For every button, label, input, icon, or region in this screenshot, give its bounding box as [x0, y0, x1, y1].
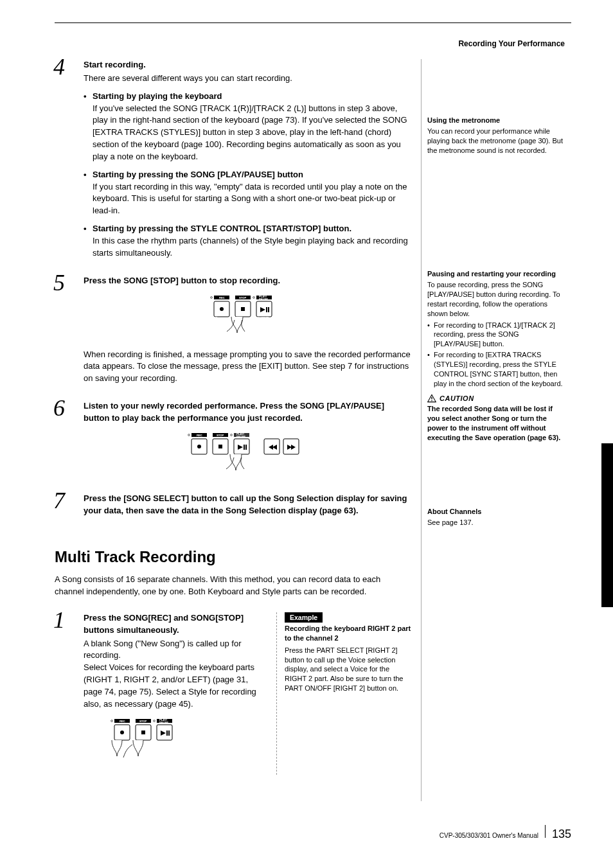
- example-title: Recording the keyboard RIGHT 2 part to t…: [285, 624, 411, 643]
- svg-text:NC START: NC START: [152, 741, 164, 744]
- step-after-text: When recording is finished, a message pr…: [84, 349, 411, 385]
- header-section-title: Recording Your Performance: [458, 39, 565, 49]
- svg-text:PAUSE: PAUSE: [259, 297, 268, 300]
- panel-diagram-play: REC STOP PLAY/PAUSE NEW SONG SY: [180, 431, 315, 477]
- svg-rect-15: [266, 307, 267, 312]
- svg-point-7: [211, 296, 213, 298]
- svg-point-54: [154, 720, 155, 722]
- svg-text:REW: REW: [267, 433, 274, 436]
- svg-point-56: [120, 731, 124, 734]
- svg-point-29: [197, 445, 201, 448]
- bullet-text: In this case the rhythm parts (channels)…: [93, 235, 411, 260]
- list-item: For recording to [TRACK 1]/[TRACK 2] rec…: [434, 321, 565, 350]
- svg-rect-62: [168, 731, 170, 736]
- mt-step-1: 1 Press the SONG[REC] and SONG[STOP] but…: [55, 612, 411, 775]
- section-intro: A Song consists of 16 separate channels.…: [55, 574, 411, 598]
- bullet-text: If you start recording in this way, "emp…: [93, 181, 411, 218]
- svg-rect-34: [244, 445, 245, 450]
- step-title: Press the SONG [STOP] button to stop rec…: [84, 275, 411, 287]
- svg-point-53: [111, 720, 113, 722]
- svg-rect-16: [268, 307, 269, 312]
- example-box: Example Recording the keyboard RIGHT 2 p…: [276, 612, 411, 775]
- header-rule: [55, 22, 571, 23]
- svg-text:NEW: NEW: [211, 316, 218, 319]
- caution-label: CAUTION: [440, 394, 474, 403]
- step-7: 7 Press the [SONG SELECT] button to call…: [55, 493, 411, 517]
- page-number: 135: [552, 826, 571, 842]
- step-number: 7: [53, 484, 65, 517]
- step-title: Listen to your newly recorded performanc…: [84, 400, 411, 425]
- step-text: There are several different ways you can…: [84, 73, 411, 85]
- svg-text:FF: FF: [288, 433, 291, 436]
- svg-rect-35: [245, 445, 247, 450]
- svg-rect-31: [218, 445, 222, 448]
- step-number: 1: [53, 603, 65, 637]
- bullet-1: Starting by playing the keyboard If you'…: [93, 91, 411, 163]
- step-5: 5 Press the SONG [STOP] button to stop r…: [55, 275, 411, 385]
- main-column: 4 Start recording. There are several dif…: [55, 59, 411, 790]
- svg-point-26: [188, 434, 190, 436]
- svg-rect-12: [241, 307, 245, 311]
- bullet-title: Starting by playing the keyboard: [93, 91, 411, 103]
- svg-text:STOP: STOP: [239, 296, 247, 299]
- svg-text:REC: REC: [219, 296, 225, 299]
- step-number: 4: [53, 50, 65, 84]
- footer-manual: CVP-305/303/301 Owner's Manual: [440, 831, 538, 841]
- bullet-title: Starting by pressing the STYLE CONTROL […: [93, 223, 411, 235]
- svg-text:SYNC START: SYNC START: [253, 316, 269, 319]
- svg-text:PAUSE: PAUSE: [159, 720, 168, 723]
- sidenote-pausing: Pausing and restarting your recording To…: [427, 269, 565, 442]
- example-text: Press the PART SELECT [RIGHT 2] button t…: [285, 646, 411, 693]
- page-footer: CVP-305/303/301 Owner's Manual 135: [440, 825, 571, 842]
- bullet-title: Starting by pressing the SONG [PLAY/PAUS…: [93, 169, 411, 181]
- column-divider: [421, 59, 422, 801]
- footer-divider: [545, 825, 546, 838]
- step-text: A blank Song ("New Song") is called up f…: [84, 638, 266, 711]
- sidenote-text: You can record your performance while pl…: [427, 127, 565, 155]
- svg-text:STOP: STOP: [139, 719, 147, 722]
- panel-diagram-stop: REC STOP PLAY/PAUSE NEW SYNC START: [202, 294, 292, 340]
- step-6: 6 Listen to your newly recorded performa…: [55, 400, 411, 477]
- svg-text:NEW SONG: NEW SONG: [185, 455, 199, 458]
- step-number: 5: [53, 266, 65, 299]
- sidenote-title: Using the metronome: [427, 116, 565, 125]
- sidenote-title: About Channels: [427, 507, 565, 517]
- bullet-text: If you've selected the SONG [TRACK 1(R)]…: [93, 103, 411, 163]
- svg-point-8: [253, 296, 255, 298]
- side-tab: Using, Creating and Editing Songs: [601, 443, 613, 607]
- svg-rect-67: [431, 400, 432, 401]
- step-4: 4 Start recording. There are several dif…: [55, 59, 411, 260]
- svg-rect-61: [166, 731, 168, 736]
- sidenote-title: Pausing and restarting your recording: [427, 269, 565, 279]
- step-title: Start recording.: [84, 59, 411, 71]
- sidenote-text: To pause recording, press the SONG [PLAY…: [427, 280, 565, 318]
- bullet-2: Starting by pressing the SONG [PLAY/PAUS…: [93, 169, 411, 217]
- section-title: Multi Track Recording: [55, 546, 411, 569]
- svg-point-27: [231, 434, 233, 436]
- svg-text:REC: REC: [197, 433, 202, 436]
- caution-header: CAUTION: [427, 394, 565, 403]
- sidenote-text: See page 137.: [427, 518, 565, 527]
- caution-icon: [427, 394, 436, 403]
- caution-text: The recorded Song data will be lost if y…: [427, 404, 565, 442]
- bullet-3: Starting by pressing the STYLE CONTROL […: [93, 223, 411, 260]
- svg-text:PAUSE: PAUSE: [236, 434, 245, 438]
- svg-text:STOP: STOP: [217, 433, 224, 436]
- sidenote-channels: About Channels See page 137.: [427, 507, 565, 527]
- svg-rect-66: [431, 397, 432, 400]
- step-title: Press the SONG[REC] and SONG[STOP] butto…: [84, 612, 266, 637]
- sidenote-metronome: Using the metronome You can record your …: [427, 116, 565, 155]
- list-item: For recording to [EXTRA TRACKS (STYLES)]…: [434, 350, 565, 388]
- side-column: Using the metronome You can record your …: [427, 59, 565, 538]
- example-label: Example: [285, 612, 323, 623]
- step-title: Press the [SONG SELECT] button to call u…: [84, 493, 411, 517]
- svg-text:SY: SY: [225, 455, 229, 458]
- side-tab-label: Using, Creating and Editing Songs: [591, 456, 600, 591]
- svg-point-10: [220, 307, 224, 311]
- svg-text:REC: REC: [120, 719, 125, 722]
- step-number: 6: [53, 391, 65, 425]
- sidenote-list: For recording to [TRACK 1]/[TRACK 2] rec…: [427, 321, 565, 389]
- svg-rect-58: [141, 731, 145, 734]
- panel-diagram-recstop: REC STOP PLAY/PAUSE NEW NC START: [103, 717, 193, 766]
